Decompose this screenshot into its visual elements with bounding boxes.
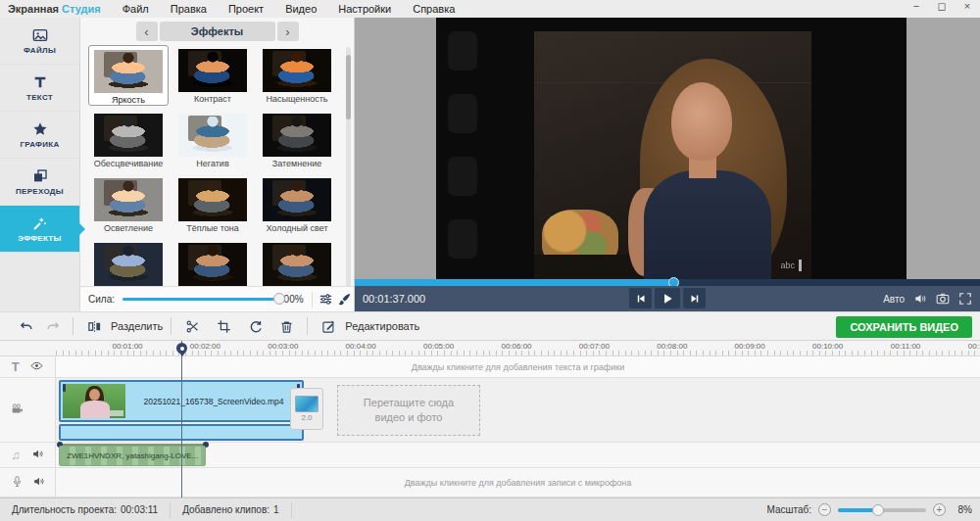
close-button[interactable]: × <box>960 0 974 13</box>
video-frame: abc <box>436 18 906 279</box>
prev-frame-button[interactable] <box>629 288 652 308</box>
video-drop-zone[interactable]: Перетащите сюда видео и фото <box>337 385 480 436</box>
rotate-icon[interactable] <box>242 315 268 337</box>
adjust-sliders-icon[interactable] <box>317 291 335 308</box>
effect-thumbnail <box>178 243 247 286</box>
timeline: 00:01:0000:02:0000:03:0000:04:0000:05:00… <box>0 341 980 497</box>
ruler-label: 00:05:00 <box>423 342 454 351</box>
effect-3[interactable]: Обесцвечивание <box>86 110 171 170</box>
strength-slider[interactable] <box>122 298 270 301</box>
undo-icon[interactable] <box>14 315 39 337</box>
effect-0[interactable]: Яркость <box>88 45 169 106</box>
mic-track[interactable]: Дважды кликните для добавления записи с … <box>0 468 980 497</box>
strength-bar: Сила: 100% <box>80 286 354 311</box>
playback-progress-bar[interactable] <box>355 279 980 286</box>
playhead[interactable] <box>181 341 182 497</box>
effect-7[interactable]: Тёплые тона <box>171 174 255 235</box>
menu-item-0[interactable]: Файл <box>122 3 149 15</box>
brush-icon[interactable] <box>335 291 354 308</box>
text-track[interactable]: Дважды кликните для добавления текста и … <box>0 356 980 378</box>
menu-item-4[interactable]: Настройки <box>338 3 391 15</box>
zoom-slider[interactable] <box>838 508 926 512</box>
mic-track-header <box>0 468 56 497</box>
effect-label: Контраст <box>194 94 231 104</box>
effects-prev-button[interactable]: ‹ <box>136 22 158 41</box>
edit-toolbar: Разделить Редактировать СОХРАНИТЬ ВИДЕО <box>0 311 980 341</box>
window-controls: − ◻ × <box>909 0 974 13</box>
clip-trim-handle-left[interactable] <box>63 384 66 392</box>
mic-mute-icon[interactable] <box>32 474 45 492</box>
effects-panel-header: ‹ Эффекты › <box>80 22 354 41</box>
transitions-icon <box>31 168 49 184</box>
effect-8[interactable]: Холодный свет <box>255 174 339 235</box>
edit-icon <box>316 315 341 337</box>
effect-1[interactable]: Контраст <box>171 45 255 106</box>
ruler-label: 00:12:00 <box>968 342 980 351</box>
sidebar-item-graphics[interactable]: ГРАФИКА <box>0 112 79 159</box>
sidebar-item-transitions[interactable]: ПЕРЕХОДЫ <box>0 159 79 206</box>
menu-item-1[interactable]: Правка <box>171 3 207 15</box>
zoom-slider-thumb[interactable] <box>872 504 884 516</box>
auto-quality-label[interactable]: Авто <box>883 294 905 305</box>
zoom-out-button[interactable]: − <box>818 503 831 516</box>
effect-6[interactable]: Осветление <box>86 174 171 235</box>
maximize-button[interactable]: ◻ <box>935 0 949 13</box>
microphone-icon <box>11 474 24 492</box>
app-name-accent: Студия <box>62 3 101 15</box>
fullscreen-icon[interactable] <box>958 292 972 306</box>
sidebar-item-label: ГРАФИКА <box>20 140 59 149</box>
effect-thumbnail <box>263 49 331 92</box>
visibility-eye-icon[interactable] <box>30 358 43 376</box>
snapshot-camera-icon[interactable] <box>936 292 950 306</box>
app-name-primary: Экранная <box>8 3 59 15</box>
crop-icon[interactable] <box>211 315 236 337</box>
redo-icon[interactable] <box>39 315 65 337</box>
sidebar-item-text[interactable]: ТЕКСТ <box>0 65 79 112</box>
volume-icon[interactable] <box>913 292 927 306</box>
effect-label: Негатив <box>196 159 228 168</box>
minimize-button[interactable]: − <box>909 0 923 13</box>
playhead-pin[interactable] <box>176 343 187 354</box>
zoom-in-button[interactable]: + <box>933 503 946 516</box>
playback-controls: 00:01:37.000 Авто <box>355 286 980 311</box>
save-video-button[interactable]: СОХРАНИТЬ ВИДЕО <box>836 316 972 338</box>
menu-items: ФайлПравкаПроектВидеоНастройкиСправка <box>122 3 456 15</box>
video-track[interactable]: 20251021_165738_ScreenVideo.mp4 2.0 Пере… <box>0 378 980 443</box>
play-button[interactable] <box>655 288 680 308</box>
effects-panel-title: Эффекты <box>160 22 275 41</box>
scissors-icon[interactable] <box>179 315 205 337</box>
effects-scrollbar[interactable] <box>346 47 351 298</box>
audio-clip[interactable]: ZWE1HVNDXR, yatashigang-LOVE... <box>59 446 206 466</box>
speed-badge[interactable]: 2.0 <box>290 388 323 430</box>
statusbar: Длительность проекта: 00:03:11 Добавлено… <box>0 497 980 521</box>
effect-5[interactable]: Затемнение <box>255 110 339 170</box>
trash-icon[interactable] <box>273 315 299 337</box>
strength-slider-thumb[interactable] <box>273 293 285 305</box>
preview-area: abc 00:01:37.000 Авто <box>355 18 980 311</box>
effect-2[interactable]: Насыщенность <box>255 45 339 106</box>
strength-label: Сила: <box>88 294 115 305</box>
audio-mute-icon[interactable] <box>31 447 44 464</box>
menu-item-3[interactable]: Видео <box>285 3 317 15</box>
split-button[interactable]: Разделить <box>81 315 163 337</box>
effects-scrollbar-thumb[interactable] <box>346 55 351 119</box>
edit-button[interactable]: Редактировать <box>316 315 419 337</box>
timeline-ruler[interactable]: 00:01:0000:02:0000:03:0000:04:0000:05:00… <box>0 341 980 356</box>
sidebar-item-effects[interactable]: ЭФФЕКТЫ <box>0 206 79 253</box>
ruler-label: 00:07:00 <box>579 342 610 351</box>
text-track-icon: T <box>12 359 20 374</box>
watermark-text: abc <box>780 260 795 270</box>
effect-label: Осветление <box>104 223 153 233</box>
effect-thumbnail <box>94 114 163 157</box>
split-label: Разделить <box>111 320 163 332</box>
sidebar-item-files[interactable]: ФАЙЛЫ <box>0 18 79 65</box>
menu-item-2[interactable]: Проект <box>228 3 264 15</box>
next-frame-button[interactable] <box>683 288 706 308</box>
effect-4[interactable]: Негатив <box>171 110 255 170</box>
effect-label: Обесцвечивание <box>94 159 164 168</box>
ruler-label: 00:03:00 <box>268 342 298 351</box>
audio-track[interactable]: ZWE1HVNDXR, yatashigang-LOVE... ♫ <box>0 443 980 468</box>
text-track-header: T <box>0 356 56 377</box>
effects-next-button[interactable]: › <box>277 22 299 41</box>
menu-item-5[interactable]: Справка <box>413 3 455 15</box>
